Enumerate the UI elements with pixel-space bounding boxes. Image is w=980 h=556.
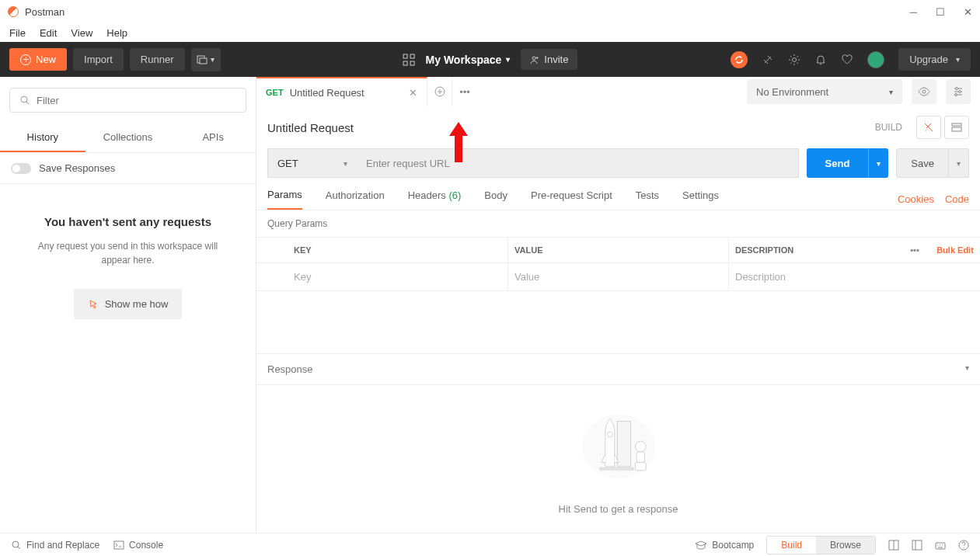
menu-file[interactable]: File [9,27,26,39]
svg-point-6 [532,57,535,60]
help-icon[interactable] [958,540,969,551]
menu-view[interactable]: View [71,27,92,39]
method-selector[interactable]: GET▾ [267,148,357,178]
settings-icon[interactable] [788,54,800,66]
request-tab[interactable]: GET Untitled Request ✕ [256,77,427,106]
subtab-authorization[interactable]: Authorization [326,189,385,209]
invite-button[interactable]: Invite [521,49,577,70]
svg-rect-24 [114,541,124,549]
import-button[interactable]: Import [73,48,124,71]
query-params-label: Query Params [256,210,980,237]
plus-icon [20,54,31,65]
tab-options-button[interactable]: ••• [452,86,477,98]
svg-rect-2 [403,54,407,58]
filter-input[interactable] [37,95,236,106]
cookies-link[interactable]: Cookies [898,193,934,205]
two-pane-icon[interactable] [888,540,899,551]
sidebar: History Collections APIs Save Responses … [0,77,256,533]
menu-edit[interactable]: Edit [40,27,57,39]
save-dropdown[interactable]: ▾ [949,148,969,178]
settings-sliders-button[interactable] [946,79,971,104]
heart-icon[interactable] [841,54,853,66]
maximize-icon[interactable]: ☐ [936,6,945,18]
svg-point-11 [956,88,958,90]
show-me-how-button[interactable]: Show me how [74,289,183,319]
satellite-icon[interactable] [762,54,774,66]
comments-button[interactable] [916,116,941,139]
subtab-body[interactable]: Body [484,189,507,209]
upgrade-button[interactable]: Upgrade▾ [898,48,971,71]
build-browse-toggle[interactable]: Build Browse [766,536,876,554]
console-button[interactable]: Console [113,540,163,551]
find-replace-button[interactable]: Find and Replace [11,540,99,551]
response-collapse-icon[interactable]: ▾ [965,363,969,375]
console-icon [113,540,124,550]
bulk-edit-link[interactable]: Bulk Edit [930,238,980,262]
svg-point-10 [922,90,926,93]
sync-button[interactable] [731,51,748,68]
workspace-selector[interactable]: My Workspace▾ [426,54,511,66]
subtab-params[interactable]: Params [267,189,302,210]
person-plus-icon [530,55,539,64]
response-empty-text: Hit Send to get a response [559,503,678,515]
svg-point-13 [955,94,957,96]
save-responses-label: Save Responses [39,162,115,174]
menu-help[interactable]: Help [106,27,127,39]
new-button[interactable]: New [9,48,67,71]
search-icon [11,540,22,551]
bell-icon[interactable] [814,54,827,66]
minimize-icon[interactable]: ─ [910,6,917,18]
tab-close-icon[interactable]: ✕ [409,87,417,99]
tab-collections[interactable]: Collections [85,123,171,152]
tab-method: GET [266,88,284,97]
single-pane-icon[interactable] [912,540,922,551]
svg-rect-26 [912,540,922,550]
more-options-icon[interactable]: ••• [899,238,930,262]
browse-toggle[interactable]: Browse [816,537,875,554]
runner-button[interactable]: Runner [130,48,185,71]
request-title: Untitled Request [267,121,354,134]
subtab-headers[interactable]: Headers (6) [408,189,462,209]
search-icon [19,95,30,106]
bootcamp-button[interactable]: Bootcamp [695,540,754,551]
send-button[interactable]: Send [807,148,869,178]
quick-look-button[interactable] [912,79,936,104]
url-input[interactable]: Enter request URL [357,148,799,178]
code-link[interactable]: Code [945,193,969,205]
rocket-illustration-icon [572,404,665,489]
svg-point-18 [607,432,612,437]
save-responses-toggle[interactable] [11,163,31,174]
tab-name: Untitled Request [290,87,403,99]
subtab-prerequest[interactable]: Pre-request Script [531,189,612,209]
avatar[interactable] [867,51,884,68]
svg-rect-3 [410,54,414,58]
filter-input-wrapper[interactable] [9,88,246,113]
postman-logo-icon [8,6,19,17]
svg-rect-17 [617,421,630,466]
send-dropdown[interactable]: ▾ [868,148,888,178]
subtab-tests[interactable]: Tests [636,189,659,209]
save-button[interactable]: Save [896,148,949,178]
build-toggle[interactable]: Build [767,537,816,554]
close-icon[interactable]: ✕ [964,6,972,18]
build-label: BUILD [875,122,902,133]
empty-subtitle: Any request you send in this workspace w… [23,239,232,267]
keyboard-shortcuts-icon[interactable] [935,540,946,551]
svg-point-23 [12,541,19,547]
svg-rect-27 [936,543,945,549]
panel-layout-button[interactable] [944,116,969,139]
new-tab-button[interactable] [427,77,452,106]
menu-bar: File Edit View Help [0,23,980,42]
tab-apis[interactable]: APIs [170,123,256,152]
svg-rect-19 [600,467,633,470]
environment-selector[interactable]: No Environment▾ [747,79,902,104]
cursor-icon [88,299,99,310]
tab-history[interactable]: History [0,123,85,152]
subtab-settings[interactable]: Settings [682,189,719,209]
window-options-button[interactable]: ▾ [191,48,221,71]
title-bar: Postman ─ ☐ ✕ [0,0,980,23]
empty-title: You haven't sent any requests [23,215,232,228]
params-row[interactable]: Key Value Description [256,263,980,291]
svg-point-7 [793,57,797,61]
svg-point-12 [959,91,961,93]
